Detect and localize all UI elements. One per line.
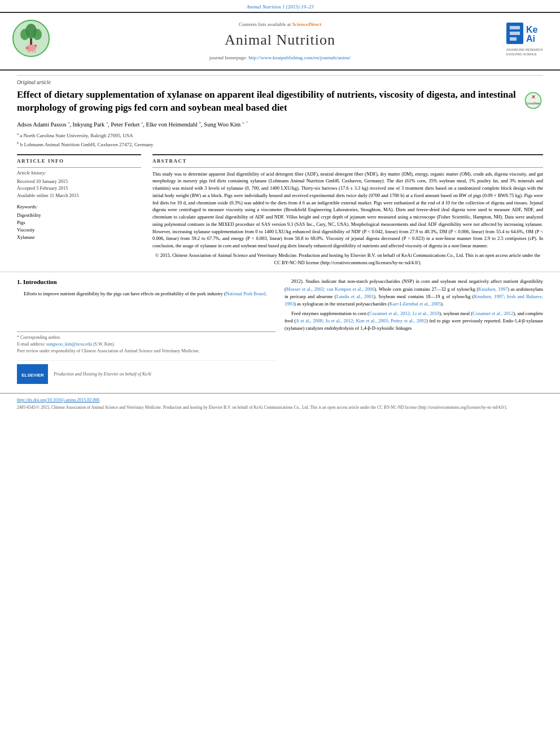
svg-text:CrossMark: CrossMark xyxy=(526,102,540,105)
ref-cozannet[interactable]: Cozannet et al., 2012; Li et al., 2010 xyxy=(369,311,439,316)
svg-text:ADVANCING RESEARCH: ADVANCING RESEARCH xyxy=(506,48,542,51)
footnotes-section: * Corresponding author. E-mail address: … xyxy=(17,331,275,355)
affiliations: a a North Carolina State University, Ral… xyxy=(17,131,543,148)
article-info-header: ARTICLE INFO xyxy=(17,155,141,168)
article-title-section: Effect of dietary supplementation of xyl… xyxy=(17,89,543,116)
keai-logo: Ke Ai ADVANCING RESEARCH EVOLVING SCIENC… xyxy=(504,21,549,60)
doi-link[interactable]: http://dx.doi.org/10.1016/j.aninu.2015.0… xyxy=(17,397,99,403)
svg-rect-10 xyxy=(30,50,31,53)
copyright-notice: © 2015, Chinese Association of Animal Sc… xyxy=(152,252,543,267)
article-content: Original article Effect of dietary suppl… xyxy=(0,71,560,267)
email-link[interactable]: sungwoo_kim@ncsu.edu xyxy=(46,342,92,347)
footnote-email: E-mail address: sungwoo_kim@ncsu.edu (S.… xyxy=(17,341,275,348)
svg-text:Ke: Ke xyxy=(526,25,538,34)
svg-text:Ai: Ai xyxy=(526,34,535,43)
ref-cozannet-2[interactable]: Cozannet et al., 2012 xyxy=(473,311,513,316)
svg-point-8 xyxy=(25,47,29,49)
journal-title: Animal Nutrition xyxy=(68,30,492,50)
svg-rect-9 xyxy=(28,50,29,53)
elsevier-logo-box: ELSEVIER xyxy=(17,364,48,384)
authors-line: Adsos Adami Passos a, Inkyung Park a, Pe… xyxy=(17,120,543,129)
ref-karr[interactable]: Karr-Lilienthal et al., 2005 xyxy=(390,301,441,307)
journal-reference-bar: Animal Nutrition 1 (2015) 19–23 xyxy=(0,0,560,12)
abstract-header: ABSTRACT xyxy=(152,155,543,168)
svg-rect-16 xyxy=(510,37,517,41)
svg-rect-4 xyxy=(30,38,32,45)
accepted-date: Accepted 5 February 2015 xyxy=(17,185,141,192)
intro-col-right: 2012). Studies indicate that non-starch … xyxy=(285,278,543,387)
svg-point-3 xyxy=(33,29,42,40)
svg-text:EVOLVING SCIENCE: EVOLVING SCIENCE xyxy=(506,53,537,56)
sciencedirect-label: Contents lists available at ScienceDirec… xyxy=(68,21,492,28)
intro-heading: 1. Introduction xyxy=(17,278,275,286)
intro-paragraph-right-1: 2012). Studies indicate that non-starch … xyxy=(285,278,543,308)
crossmark-badge: ✕ CrossMark xyxy=(523,91,543,116)
ref-moeser[interactable]: Moeser et al., 2002; van Kempen et al., … xyxy=(286,286,374,292)
article-info-box: ARTICLE INFO Article history: Received 1… xyxy=(17,154,141,241)
doi-cc-link[interactable]: http://creativecommons.org/licenses/by-n… xyxy=(419,405,505,410)
footnote-peer-review: Peer review under responsibility of Chin… xyxy=(17,348,275,355)
ref-ji[interactable]: Ji et al., 2008; Jo et al., 2012; Kim et… xyxy=(296,318,426,324)
elsevier-footer-text: Production and Hosting by Elsevier on be… xyxy=(54,371,151,377)
svg-point-7 xyxy=(35,45,36,46)
svg-point-2 xyxy=(20,29,29,40)
homepage-label: journal homepage: xyxy=(209,55,247,60)
intro-paragraph-right-2: Feed enzymes supplementation to corn (Co… xyxy=(285,310,543,333)
abstract-box: ABSTRACT This study was to determine app… xyxy=(152,154,543,266)
keyword-4: Xylanase xyxy=(17,234,141,241)
svg-rect-15 xyxy=(510,32,520,35)
article-section-label: Original article xyxy=(17,75,543,86)
doi-footer: http://dx.doi.org/10.1016/j.aninu.2015.0… xyxy=(0,393,560,412)
svg-text:✕: ✕ xyxy=(531,94,536,100)
intro-paragraph-1: Efforts to improve nutrient digestibilit… xyxy=(17,290,275,298)
elsevier-footer: ELSEVIER Production and Hosting by Elsev… xyxy=(17,360,275,387)
sciencedirect-brand: ScienceDirect xyxy=(292,21,321,27)
body-section: 1. Introduction Efforts to improve nutri… xyxy=(0,278,560,387)
journal-left-logo xyxy=(11,19,56,64)
journal-center-info: Contents lists available at ScienceDirec… xyxy=(56,21,504,62)
abstract-column: ABSTRACT This study was to determine app… xyxy=(152,154,543,266)
keyword-2: Pigs xyxy=(17,220,141,226)
footnote-corresponding: * Corresponding author. xyxy=(17,334,275,341)
history-label: Article history: xyxy=(17,170,141,177)
ref-knudsen-1997[interactable]: Knudsen, 1997 xyxy=(478,286,508,292)
ref-landis[interactable]: Landis et al., 2001 xyxy=(336,294,374,299)
homepage-link[interactable]: http://www.keaipublishing.com/en/journal… xyxy=(248,55,351,60)
abstract-text: This study was to determine apparent ile… xyxy=(152,171,543,250)
article-title: Effect of dietary supplementation of xyl… xyxy=(17,89,518,115)
section-divider xyxy=(0,272,560,272)
cc-license-link[interactable]: http://creativecommons.org/licenses/by-n… xyxy=(322,260,418,265)
available-online-date: Available online 11 March 2015 xyxy=(17,193,141,199)
keyword-3: Viscosity xyxy=(17,227,141,234)
keyword-1: Digestibility xyxy=(17,212,141,219)
article-info-column: ARTICLE INFO Article history: Received 1… xyxy=(17,154,141,266)
license-text: 2405-6545/© 2015, Chinese Association of… xyxy=(17,405,543,411)
keywords-section: Keywords: Digestibility Pigs Viscosity X… xyxy=(17,204,141,241)
svg-rect-11 xyxy=(32,50,33,53)
journal-header: Contents lists available at ScienceDirec… xyxy=(0,12,560,71)
keywords-label: Keywords: xyxy=(17,204,141,211)
ref-national-pork[interactable]: National Pork Board, xyxy=(226,291,266,296)
svg-text:ELSEVIER: ELSEVIER xyxy=(21,373,44,378)
article-info-abstract-cols: ARTICLE INFO Article history: Received 1… xyxy=(17,154,543,266)
page: Animal Nutrition 1 (2015) 19–23 xyxy=(0,0,560,747)
intro-col-left: 1. Introduction Efforts to improve nutri… xyxy=(17,278,275,387)
svg-point-6 xyxy=(33,45,37,48)
article-info-content: Article history: Received 10 January 201… xyxy=(17,170,141,200)
received-date: Received 10 January 2015 xyxy=(17,178,141,185)
svg-rect-14 xyxy=(510,26,520,29)
journal-ref-text: Animal Nutrition 1 (2015) 19–23 xyxy=(247,4,314,10)
svg-rect-12 xyxy=(34,50,36,53)
journal-homepage: journal homepage: http://www.keaipublish… xyxy=(68,54,492,62)
